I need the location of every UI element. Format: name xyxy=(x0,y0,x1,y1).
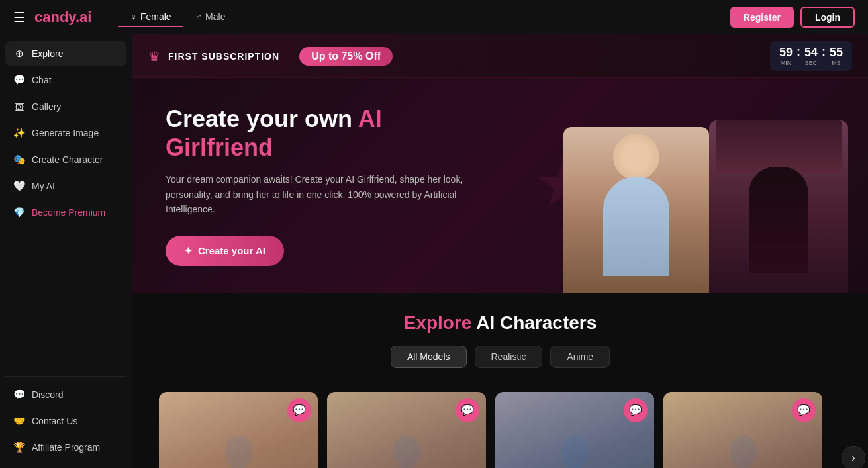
timer-minutes-label: Min xyxy=(781,60,792,66)
promo-text: FIRST SUBSCRIPTION xyxy=(168,51,279,62)
sidebar-label-create-character: Create Character xyxy=(32,154,103,165)
promo-banner: ♛ FIRST SUBSCRIPTION Up to 75% Off 59 Mi… xyxy=(132,34,868,78)
char-card-4-chat-button[interactable]: 💬 xyxy=(792,398,816,422)
timer-ms-label: Ms xyxy=(832,60,841,66)
sidebar-item-generate-image[interactable]: ✨ Generate Image xyxy=(5,120,126,146)
char-card-1-chat-button[interactable]: 💬 xyxy=(287,398,311,422)
promo-discount-badge[interactable]: Up to 75% Off xyxy=(299,47,393,66)
login-button[interactable]: Login xyxy=(800,7,855,28)
create-character-icon: 🎭 xyxy=(13,154,25,165)
timer-ms-value: 55 xyxy=(830,46,843,60)
timer-minutes-value: 59 xyxy=(779,46,793,60)
premium-icon: 💎 xyxy=(13,207,25,218)
sidebar-label-chat: Chat xyxy=(32,75,52,85)
hero-title-ai: AI xyxy=(358,105,382,132)
logo-text-plain: candy xyxy=(34,9,75,25)
sidebar-item-gallery[interactable]: 🖼 Gallery xyxy=(5,94,126,119)
chat-icon: 💬 xyxy=(13,74,25,86)
main-content: ♛ FIRST SUBSCRIPTION Up to 75% Off 59 Mi… xyxy=(132,34,868,468)
filter-tab-anime[interactable]: Anime xyxy=(550,346,610,368)
timer-minutes: 59 Min xyxy=(779,46,793,66)
explore-section: Explore AI Characters All Models Realist… xyxy=(132,293,868,381)
sidebar-divider xyxy=(5,376,126,377)
sidebar-label-contact-us: Contact Us xyxy=(32,416,77,426)
hero-title: Create your own AI Girlfriend xyxy=(166,105,835,162)
timer-seconds: 54 Sec xyxy=(804,46,818,66)
chat-bubble-icon-1: 💬 xyxy=(293,404,306,416)
sidebar-label-generate-image: Generate Image xyxy=(32,128,99,138)
explore-title-highlight: Explore xyxy=(404,312,472,333)
sidebar-item-contact-us[interactable]: 🤝 Contact Us xyxy=(5,408,126,434)
discord-icon: 💬 xyxy=(13,389,25,400)
character-card-3[interactable]: 👤 💬 xyxy=(495,392,654,468)
main-layout: ⊕ Explore 💬 Chat 🖼 Gallery ✨ Generate Im… xyxy=(0,34,868,468)
timer-ms: 55 Ms xyxy=(830,46,843,66)
char-card-3-chat-button[interactable]: 💬 xyxy=(624,398,648,422)
filter-tab-realistic[interactable]: Realistic xyxy=(475,346,543,368)
sidebar-item-explore[interactable]: ⊕ Explore xyxy=(5,41,126,66)
female-symbol-icon: ♀ xyxy=(130,11,137,22)
character-card-4[interactable]: 👤 💬 xyxy=(663,392,822,468)
hero-title-plain: Create your own xyxy=(166,105,358,132)
char-card-2-chat-button[interactable]: 💬 xyxy=(456,398,479,422)
my-ai-icon: 🤍 xyxy=(13,180,25,192)
create-ai-button[interactable]: ✦ Create your AI xyxy=(166,236,284,266)
sidebar-label-gallery: Gallery xyxy=(32,101,61,112)
chat-bubble-icon-4: 💬 xyxy=(797,404,810,416)
hero-content: Create your own AI Girlfriend Your dream… xyxy=(166,105,835,266)
tab-female[interactable]: ♀ Female xyxy=(118,7,183,27)
sidebar-label-my-ai: My AI xyxy=(32,181,55,191)
create-ai-icon: ✦ xyxy=(184,245,193,257)
sidebar-item-affiliate[interactable]: 🏆 Affiliate Program xyxy=(5,435,126,460)
hero-title-line2: Girlfriend xyxy=(166,134,273,161)
crown-icon: ♛ xyxy=(148,48,160,64)
timer-sep-1: : xyxy=(796,45,800,67)
character-grid-wrapper: 👤 💬 👤 💬 👤 💬 xyxy=(132,381,868,468)
hero-char-1 xyxy=(563,127,709,293)
character-grid: 👤 💬 👤 💬 👤 💬 xyxy=(146,381,855,468)
sidebar: ⊕ Explore 💬 Chat 🖼 Gallery ✨ Generate Im… xyxy=(0,34,132,468)
tab-male-label: Male xyxy=(205,11,225,22)
contact-icon: 🤝 xyxy=(13,415,25,427)
register-button[interactable]: Register xyxy=(730,7,794,28)
sidebar-item-chat[interactable]: 💬 Chat xyxy=(5,68,126,93)
countdown-timer: 59 Min : 54 Sec : 55 Ms xyxy=(770,41,852,71)
sidebar-item-discord[interactable]: 💬 Discord xyxy=(5,382,126,407)
explore-icon: ⊕ xyxy=(13,48,25,60)
promo-discount-amount: 75% xyxy=(341,50,362,62)
character-card-2[interactable]: 👤 💬 xyxy=(327,392,486,468)
male-symbol-icon: ♂ xyxy=(195,11,203,22)
sidebar-label-affiliate: Affiliate Program xyxy=(32,442,100,453)
scroll-right-arrow[interactable]: › xyxy=(842,446,865,468)
gender-tab-group: ♀ Female ♂ Male xyxy=(118,7,237,27)
sidebar-label-discord: Discord xyxy=(32,389,63,400)
promo-suffix: Off xyxy=(362,50,381,62)
chat-bubble-icon-3: 💬 xyxy=(629,404,642,416)
menu-hamburger-icon[interactable]: ☰ xyxy=(13,9,25,25)
sidebar-item-become-premium[interactable]: 💎 Become Premium xyxy=(5,200,126,225)
gallery-icon: 🖼 xyxy=(13,101,25,113)
character-filter-tabs: All Models Realistic Anime xyxy=(146,346,855,368)
hero-description: Your dream companion awaits! Create your… xyxy=(166,172,463,216)
sidebar-item-create-character[interactable]: 🎭 Create Character xyxy=(5,147,126,172)
create-ai-label: Create your AI xyxy=(198,245,265,256)
logo-text-highlight: .ai xyxy=(75,9,91,25)
top-navigation: ☰ candy.ai ♀ Female ♂ Male Register Logi… xyxy=(0,0,868,34)
promo-prefix: Up to xyxy=(311,50,341,62)
explore-title: Explore AI Characters xyxy=(146,312,855,334)
affiliate-icon: 🏆 xyxy=(13,442,25,453)
timer-sep-2: : xyxy=(822,45,826,67)
tab-male[interactable]: ♂ Male xyxy=(183,7,238,27)
app-logo[interactable]: candy.ai xyxy=(34,9,91,26)
tab-female-label: Female xyxy=(140,11,171,22)
sidebar-label-explore: Explore xyxy=(32,48,63,59)
sidebar-item-my-ai[interactable]: 🤍 My AI xyxy=(5,173,126,199)
filter-tab-all-models[interactable]: All Models xyxy=(391,346,467,368)
character-card-1[interactable]: 👤 💬 xyxy=(159,392,318,468)
explore-title-plain: AI Characters xyxy=(471,312,597,333)
chat-bubble-icon-2: 💬 xyxy=(461,404,474,416)
timer-seconds-label: Sec xyxy=(805,60,818,66)
timer-seconds-value: 54 xyxy=(804,46,818,60)
sidebar-label-become-premium: Become Premium xyxy=(32,207,105,218)
hero-section: Create your own AI Girlfriend Your dream… xyxy=(132,78,868,293)
